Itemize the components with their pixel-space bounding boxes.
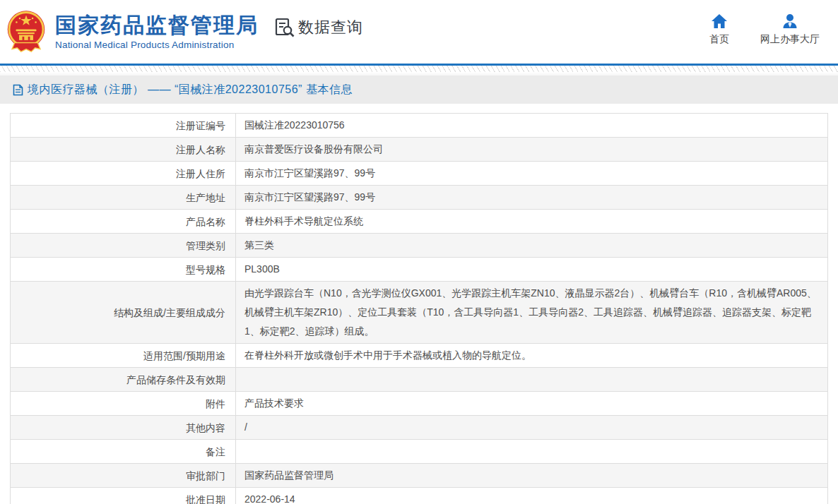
device-info-table: 注册证编号 国械注准20223010756 注册人名称 南京普爱医疗设备股份有限… bbox=[10, 113, 828, 504]
home-icon bbox=[711, 13, 728, 29]
nav-item-home[interactable]: 首页 bbox=[709, 13, 729, 46]
breadcrumb-bar: 境内医疗器械（注册） —— “国械注准20223010756” 基本信息 bbox=[0, 76, 838, 104]
row-value: 2022-06-14 bbox=[236, 488, 827, 504]
row-value: 南京普爱医疗设备股份有限公司 bbox=[236, 138, 827, 161]
row-label: 附件 bbox=[11, 392, 236, 415]
table-row-production-address: 生产地址 南京市江宁区望溪路97、99号 bbox=[11, 186, 827, 210]
table-row-other-content: 其他内容 / bbox=[11, 416, 827, 440]
row-label: 备注 bbox=[11, 440, 236, 463]
table-row-storage-validity: 产品储存条件及有效期 bbox=[11, 368, 827, 392]
table-row-remarks: 备注 bbox=[11, 440, 827, 464]
nav-label-service-hall: 网上办事大厅 bbox=[760, 33, 820, 46]
row-label: 产品名称 bbox=[11, 210, 236, 233]
row-value: 南京市江宁区望溪路97、99号 bbox=[236, 186, 827, 209]
table-row-registrant-address: 注册人住所 南京市江宁区望溪路97、99号 bbox=[11, 162, 827, 186]
data-query-label: 数据查询 bbox=[298, 17, 363, 38]
row-label: 批准日期 bbox=[11, 488, 236, 504]
row-label: 注册人住所 bbox=[11, 162, 236, 185]
table-row-model-spec: 型号规格 PL300B bbox=[11, 258, 827, 282]
row-value: 国械注准20223010756 bbox=[236, 114, 827, 137]
table-row-approval-department: 审批部门 国家药品监督管理局 bbox=[11, 464, 827, 488]
nav-label-home: 首页 bbox=[709, 33, 729, 46]
table-row-registrant-name: 注册人名称 南京普爱医疗设备股份有限公司 bbox=[11, 138, 827, 162]
row-label: 其他内容 bbox=[11, 416, 236, 439]
row-value: 南京市江宁区望溪路97、99号 bbox=[236, 162, 827, 185]
site-logo[interactable]: 国家药品监督管理局 National Medical Products Admi… bbox=[6, 8, 259, 56]
document-search-icon bbox=[274, 17, 295, 38]
user-icon bbox=[781, 13, 798, 29]
table-row-registration-number: 注册证编号 国械注准20223010756 bbox=[11, 114, 827, 138]
row-label: 审批部门 bbox=[11, 464, 236, 487]
row-label: 注册证编号 bbox=[11, 114, 236, 137]
site-title-en: National Medical Products Administration bbox=[55, 40, 259, 50]
row-label: 管理类别 bbox=[11, 234, 236, 257]
national-emblem-icon bbox=[6, 9, 47, 56]
row-label: 产品储存条件及有效期 bbox=[11, 368, 236, 391]
table-row-product-name: 产品名称 脊柱外科手术导航定位系统 bbox=[11, 210, 827, 234]
site-title-cn: 国家药品监督管理局 bbox=[55, 13, 259, 37]
row-label: 注册人名称 bbox=[11, 138, 236, 161]
header-nav: 首页 网上办事大厅 bbox=[709, 13, 820, 46]
table-row-management-category: 管理类别 第三类 bbox=[11, 234, 827, 258]
row-value: / bbox=[236, 416, 827, 439]
site-header: 国家药品监督管理局 National Medical Products Admi… bbox=[0, 0, 838, 64]
row-label: 适用范围/预期用途 bbox=[11, 344, 236, 367]
row-label: 型号规格 bbox=[11, 258, 236, 281]
page-title: 境内医疗器械（注册） —— “国械注准20223010756” 基本信息 bbox=[28, 83, 353, 97]
table-row-structure-composition: 结构及组成/主要组成成分 由光学跟踪台车（N10，含光学测位仪GX001、光学跟… bbox=[11, 282, 827, 344]
table-row-attachment: 附件 产品技术要求 bbox=[11, 392, 827, 416]
row-value: 第三类 bbox=[236, 234, 827, 257]
row-value: 由光学跟踪台车（N10，含光学测位仪GX001、光学跟踪主机车架ZN10、液晶显… bbox=[236, 282, 827, 343]
row-value bbox=[236, 440, 827, 463]
row-value bbox=[236, 368, 827, 391]
row-value: PL300B bbox=[236, 258, 827, 281]
table-row-intended-use: 适用范围/预期用途 在脊柱外科开放或微创手术中用于手术器械或植入物的导航定位。 bbox=[11, 344, 827, 368]
data-query-link[interactable]: 数据查询 bbox=[274, 17, 363, 38]
table-row-approval-date: 批准日期 2022-06-14 bbox=[11, 488, 827, 504]
site-title-block: 国家药品监督管理局 National Medical Products Admi… bbox=[55, 13, 259, 50]
row-label: 生产地址 bbox=[11, 186, 236, 209]
row-value: 脊柱外科手术导航定位系统 bbox=[236, 210, 827, 233]
row-value: 产品技术要求 bbox=[236, 392, 827, 415]
row-value: 在脊柱外科开放或微创手术中用于手术器械或植入物的导航定位。 bbox=[236, 344, 827, 367]
nav-item-service-hall[interactable]: 网上办事大厅 bbox=[760, 13, 820, 46]
hatch-stripe bbox=[0, 66, 838, 72]
row-value: 国家药品监督管理局 bbox=[236, 464, 827, 487]
row-label: 结构及组成/主要组成成分 bbox=[11, 282, 236, 343]
document-icon bbox=[13, 84, 23, 96]
